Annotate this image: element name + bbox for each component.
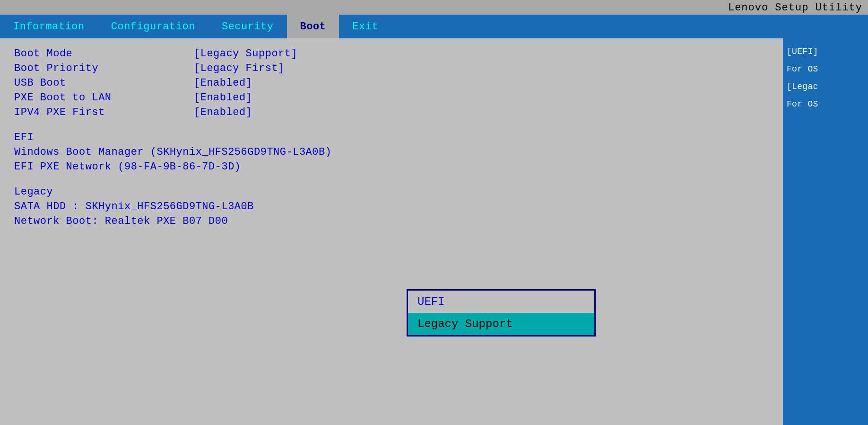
usb-boot-value[interactable]: [Enabled] (194, 77, 252, 89)
gap-2 (14, 176, 769, 186)
title-bar: Lenovo Setup Utility (0, 0, 868, 15)
setting-row-boot-mode: Boot Mode [Legacy Support] (14, 48, 769, 60)
main-content: Boot Mode [Legacy Support] Boot Priority… (0, 38, 868, 425)
legacy-section-header: Legacy (14, 186, 769, 198)
setting-row-ipv4-pxe: IPV4 PXE First [Enabled] (14, 106, 769, 118)
menu-item-boot[interactable]: Boot (287, 15, 339, 38)
pxe-boot-value[interactable]: [Enabled] (194, 92, 252, 104)
boot-priority-value[interactable]: [Legacy First] (194, 62, 285, 74)
efi-item-pxe-network[interactable]: EFI PXE Network (98-FA-9B-86-7D-3D) (14, 161, 769, 173)
right-panel-line-4: For OS (787, 98, 864, 111)
gap-1 (14, 121, 769, 132)
setting-row-boot-priority: Boot Priority [Legacy First] (14, 62, 769, 74)
menu-item-configuration[interactable]: Configuration (98, 15, 208, 38)
setting-row-usb-boot: USB Boot [Enabled] (14, 77, 769, 89)
legacy-item-sata[interactable]: SATA HDD : SKHynix_HFS256GD9TNG-L3A0B (14, 201, 769, 212)
ipv4-pxe-label: IPV4 PXE First (14, 106, 194, 118)
boot-mode-label: Boot Mode (14, 48, 194, 60)
dropdown-option-legacy-support[interactable]: Legacy Support (408, 313, 594, 335)
menu-bar: Information Configuration Security Boot … (0, 15, 868, 38)
legacy-item-network[interactable]: Network Boot: Realtek PXE B07 D00 (14, 215, 769, 227)
pxe-boot-label: PXE Boot to LAN (14, 92, 194, 104)
right-panel: [UEFI] For OS [Legac For OS (783, 38, 868, 425)
dropdown-option-uefi[interactable]: UEFI (408, 291, 594, 313)
setting-row-pxe-boot: PXE Boot to LAN [Enabled] (14, 92, 769, 104)
content-panel: Boot Mode [Legacy Support] Boot Priority… (0, 38, 783, 425)
efi-section-header: EFI (14, 132, 769, 143)
ipv4-pxe-value[interactable]: [Enabled] (194, 106, 252, 118)
efi-item-windows[interactable]: Windows Boot Manager (SKHynix_HFS256GD9T… (14, 146, 769, 158)
right-panel-line-2: For OS (787, 63, 864, 76)
right-panel-line-1: [UEFI] (787, 45, 864, 58)
menu-item-information[interactable]: Information (0, 15, 98, 38)
menu-item-exit[interactable]: Exit (339, 15, 391, 38)
right-panel-line-3: [Legac (787, 80, 864, 93)
boot-mode-dropdown[interactable]: UEFI Legacy Support (407, 289, 596, 336)
boot-priority-label: Boot Priority (14, 62, 194, 74)
menu-item-security[interactable]: Security (208, 15, 287, 38)
boot-mode-value[interactable]: [Legacy Support] (194, 48, 297, 60)
usb-boot-label: USB Boot (14, 77, 194, 89)
